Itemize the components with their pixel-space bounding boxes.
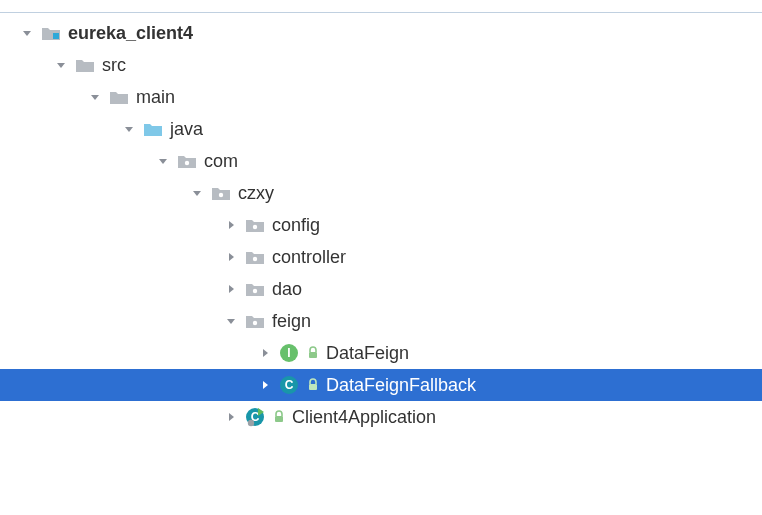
chevron-down-icon[interactable] bbox=[52, 56, 70, 74]
tree-node-czxy[interactable]: czxy bbox=[0, 177, 762, 209]
tree-node-label: feign bbox=[272, 305, 311, 337]
package-icon bbox=[210, 182, 232, 204]
tree-node-feign[interactable]: feign bbox=[0, 305, 762, 337]
project-tree[interactable]: eureka_client4srcmainjavacomczxyconfigco… bbox=[0, 12, 762, 433]
tree-node-client4application[interactable]: CClient4Application bbox=[0, 401, 762, 433]
tree-node-label: Client4Application bbox=[292, 401, 436, 433]
tree-node-com[interactable]: com bbox=[0, 145, 762, 177]
package-icon bbox=[244, 278, 266, 300]
tree-node-label: src bbox=[102, 49, 126, 81]
tree-node-label: DataFeign bbox=[326, 337, 409, 369]
chevron-down-icon[interactable] bbox=[86, 88, 104, 106]
svg-rect-9 bbox=[309, 352, 317, 358]
chevron-right-icon[interactable] bbox=[222, 408, 240, 426]
tree-node-eureka_client4[interactable]: eureka_client4 bbox=[0, 17, 762, 49]
tree-node-label: main bbox=[136, 81, 175, 113]
svg-rect-0 bbox=[53, 33, 59, 39]
tree-node-label: czxy bbox=[238, 177, 274, 209]
folder-gray-icon bbox=[74, 54, 96, 76]
lock-icon bbox=[306, 378, 320, 392]
chevron-down-icon[interactable] bbox=[188, 184, 206, 202]
svg-point-1 bbox=[185, 161, 189, 165]
chevron-right-icon[interactable] bbox=[256, 376, 274, 394]
tree-node-label: dao bbox=[272, 273, 302, 305]
package-icon bbox=[244, 310, 266, 332]
svg-rect-16 bbox=[275, 416, 283, 422]
tree-node-label: DataFeignFallback bbox=[326, 369, 476, 401]
svg-text:I: I bbox=[287, 346, 290, 360]
tree-node-main[interactable]: main bbox=[0, 81, 762, 113]
chevron-right-icon[interactable] bbox=[222, 248, 240, 266]
tree-node-src[interactable]: src bbox=[0, 49, 762, 81]
chevron-down-icon[interactable] bbox=[120, 120, 138, 138]
svg-point-3 bbox=[253, 225, 257, 229]
lock-icon bbox=[272, 410, 286, 424]
package-icon bbox=[176, 150, 198, 172]
svg-text:C: C bbox=[285, 378, 294, 392]
svg-point-15 bbox=[248, 420, 254, 426]
chevron-right-icon[interactable] bbox=[222, 280, 240, 298]
package-icon bbox=[244, 246, 266, 268]
tree-node-label: config bbox=[272, 209, 320, 241]
svg-point-6 bbox=[253, 321, 257, 325]
tree-node-dao[interactable]: dao bbox=[0, 273, 762, 305]
tree-node-java[interactable]: java bbox=[0, 113, 762, 145]
package-icon bbox=[244, 214, 266, 236]
svg-point-5 bbox=[253, 289, 257, 293]
tree-node-controller[interactable]: controller bbox=[0, 241, 762, 273]
chevron-down-icon[interactable] bbox=[154, 152, 172, 170]
chevron-right-icon[interactable] bbox=[256, 344, 274, 362]
module-folder-icon bbox=[40, 22, 62, 44]
tree-node-label: java bbox=[170, 113, 203, 145]
class-icon: C bbox=[278, 374, 300, 396]
tree-node-datafeign[interactable]: IDataFeign bbox=[0, 337, 762, 369]
svg-point-4 bbox=[253, 257, 257, 261]
chevron-down-icon[interactable] bbox=[222, 312, 240, 330]
tree-node-label: controller bbox=[272, 241, 346, 273]
tree-node-config[interactable]: config bbox=[0, 209, 762, 241]
tree-node-label: com bbox=[204, 145, 238, 177]
svg-point-2 bbox=[219, 193, 223, 197]
interface-icon: I bbox=[278, 342, 300, 364]
tree-node-label: eureka_client4 bbox=[68, 17, 193, 49]
tree-node-datafeignfallback[interactable]: CDataFeignFallback bbox=[0, 369, 762, 401]
lock-icon bbox=[306, 346, 320, 360]
folder-gray-icon bbox=[108, 86, 130, 108]
class-run-icon: C bbox=[244, 406, 266, 428]
chevron-right-icon[interactable] bbox=[222, 216, 240, 234]
svg-rect-12 bbox=[309, 384, 317, 390]
chevron-down-icon[interactable] bbox=[18, 24, 36, 42]
folder-blue-icon bbox=[142, 118, 164, 140]
